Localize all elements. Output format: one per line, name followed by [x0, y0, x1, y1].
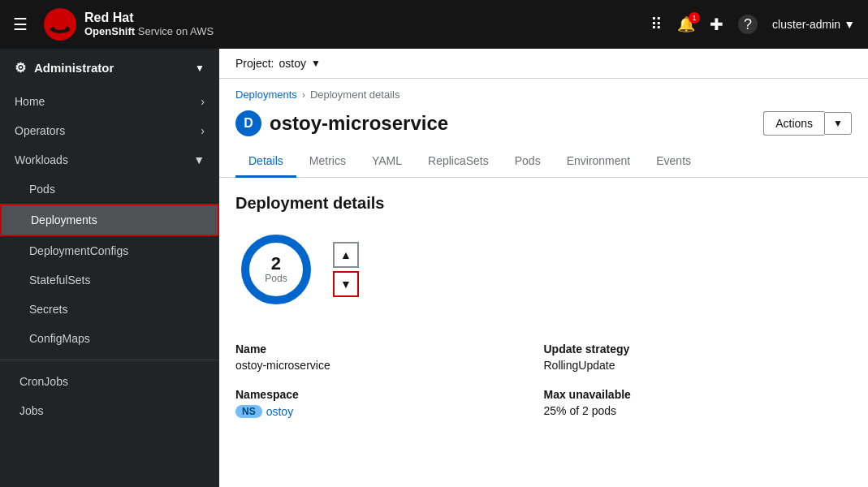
- apps-grid-icon[interactable]: ⠿: [650, 15, 663, 34]
- breadcrumb-separator: ›: [302, 89, 305, 101]
- detail-update-strategy-label: Update strategy: [544, 343, 853, 356]
- pods-decrement-button[interactable]: ▼: [333, 271, 359, 297]
- tab-events[interactable]: Events: [643, 146, 704, 178]
- sidebar-divider: [0, 360, 219, 360]
- detail-namespace-value: NS ostoy: [235, 405, 293, 418]
- tab-pods[interactable]: Pods: [502, 146, 554, 178]
- project-label: Project:: [235, 57, 274, 70]
- sidebar-configmaps-label: ConfigMaps: [29, 332, 90, 345]
- tab-yaml-label: YAML: [372, 154, 402, 167]
- sidebar-secrets-label: Secrets: [29, 303, 67, 316]
- sidebar-admin-toggle[interactable]: ⚙ Administrator ▼: [0, 49, 219, 87]
- sidebar-item-jobs[interactable]: Jobs: [0, 396, 219, 425]
- pods-label: Pods: [265, 273, 287, 284]
- detail-name-value: ostoy-microservice: [235, 359, 544, 372]
- sidebar-item-deployments[interactable]: Deployments: [0, 204, 219, 236]
- main-content-area: Project: ostoy ▼ Deployments › Deploymen…: [219, 49, 868, 487]
- sidebar-item-operators[interactable]: Operators ›: [0, 116, 219, 145]
- sidebar-pods-label: Pods: [29, 183, 55, 196]
- actions-dropdown-button[interactable]: ▼: [824, 112, 852, 135]
- sidebar-operators-label: Operators: [15, 124, 65, 137]
- brand-area: Red Hat OpenShift Service on AWS: [44, 8, 641, 41]
- donut-center: 2 Pods: [265, 255, 287, 284]
- add-icon[interactable]: ✚: [710, 15, 723, 34]
- tab-yaml[interactable]: YAML: [359, 146, 415, 178]
- tab-replicasets[interactable]: ReplicaSets: [415, 146, 502, 178]
- actions-button-group: Actions ▼: [763, 111, 852, 136]
- top-navigation: ☰ Red Hat OpenShift Service on AWS ⠿: [0, 0, 868, 49]
- details-panel: Deployment details 2 Pods: [219, 178, 868, 487]
- project-bar: Project: ostoy ▼: [219, 49, 868, 79]
- brand-logo: [44, 8, 76, 41]
- page-header: D ostoy-microservice Actions ▼: [219, 104, 868, 146]
- sidebar-item-configmaps[interactable]: ConfigMaps: [0, 324, 219, 353]
- namespace-link[interactable]: ostoy: [266, 405, 293, 418]
- username-label: cluster-admin: [772, 18, 840, 31]
- tab-environment-label: Environment: [567, 154, 631, 167]
- sidebar-section: Home › Operators › Workloads ▼ Pods Depl…: [0, 87, 219, 425]
- sidebar-workloads-label: Workloads: [15, 153, 68, 166]
- brand-service: OpenShift Service on AWS: [84, 25, 214, 38]
- detail-max-unavailable-label: Max unavailable: [544, 388, 853, 401]
- deployment-details-title: Deployment details: [235, 194, 852, 213]
- user-menu[interactable]: cluster-admin ▼: [772, 18, 855, 31]
- sidebar-item-secrets[interactable]: Secrets: [0, 295, 219, 324]
- tab-environment[interactable]: Environment: [554, 146, 644, 178]
- detail-name-label: Name: [235, 343, 544, 356]
- sidebar-item-pods[interactable]: Pods: [0, 175, 219, 204]
- pods-count: 2: [265, 255, 287, 273]
- detail-name: Name ostoy-microservice: [235, 334, 544, 380]
- deployment-icon-letter: D: [244, 116, 253, 131]
- brand-name: Red Hat: [84, 11, 214, 25]
- redhat-logo-icon: [44, 8, 76, 41]
- detail-update-strategy-value: RollingUpdate: [544, 359, 853, 372]
- tab-metrics-label: Metrics: [309, 154, 346, 167]
- sidebar-jobs-label: Jobs: [19, 404, 44, 417]
- service-text: Service on AWS: [138, 25, 214, 37]
- down-arrow-icon: ▼: [340, 278, 352, 291]
- detail-update-strategy: Update strategy RollingUpdate: [544, 334, 853, 380]
- tab-events-label: Events: [656, 154, 691, 167]
- pods-increment-button[interactable]: ▲: [333, 242, 359, 268]
- tabs-bar: Details Metrics YAML ReplicaSets Pods En…: [219, 146, 868, 178]
- sidebar-admin-label: Administrator: [34, 61, 114, 75]
- tab-details-label: Details: [248, 154, 283, 167]
- sidebar-item-cronjobs[interactable]: CronJobs: [0, 367, 219, 396]
- brand-text: Red Hat OpenShift Service on AWS: [84, 11, 214, 37]
- detail-namespace: Namespace NS ostoy: [235, 380, 544, 426]
- namespace-badge: NS: [235, 405, 262, 418]
- pods-donut-chart: 2 Pods: [235, 229, 317, 310]
- actions-button[interactable]: Actions: [763, 111, 824, 136]
- tab-replicasets-label: ReplicaSets: [428, 154, 489, 167]
- tab-metrics[interactable]: Metrics: [296, 146, 359, 178]
- project-value: ostoy: [279, 57, 305, 70]
- breadcrumb: Deployments › Deployment details: [219, 79, 868, 104]
- sidebar-item-deploymentconfigs[interactable]: DeploymentConfigs: [0, 236, 219, 265]
- admin-cog-icon: ⚙: [15, 60, 26, 75]
- sidebar-home-label: Home: [15, 95, 45, 108]
- admin-chevron-icon: ▼: [195, 62, 205, 74]
- sidebar-deploymentconfigs-label: DeploymentConfigs: [29, 244, 128, 257]
- sidebar-statefulsets-label: StatefulSets: [29, 274, 91, 287]
- project-dropdown-icon[interactable]: ▼: [311, 58, 321, 69]
- nav-icons: ⠿ 🔔1 ✚ ? cluster-admin ▼: [650, 15, 855, 34]
- tab-pods-label: Pods: [515, 154, 541, 167]
- detail-namespace-label: Namespace: [235, 388, 544, 401]
- breadcrumb-deployments-link[interactable]: Deployments: [235, 88, 297, 101]
- home-chevron-icon: ›: [201, 95, 205, 108]
- sidebar-item-workloads[interactable]: Workloads ▼: [0, 145, 219, 175]
- detail-max-unavailable-value: 25% of 2 pods: [544, 404, 853, 417]
- pods-controls: ▲ ▼: [333, 242, 359, 297]
- sidebar-item-statefulsets[interactable]: StatefulSets: [0, 265, 219, 295]
- breadcrumb-current: Deployment details: [310, 88, 400, 101]
- page-title: ostoy-microservice: [270, 112, 448, 135]
- sidebar: ⚙ Administrator ▼ Home › Operators › Wor…: [0, 49, 219, 487]
- help-icon[interactable]: ?: [738, 15, 758, 34]
- operators-chevron-icon: ›: [201, 124, 205, 137]
- hamburger-menu[interactable]: ☰: [13, 15, 28, 34]
- sidebar-cronjobs-label: CronJobs: [19, 375, 68, 388]
- notifications-icon[interactable]: 🔔1: [677, 15, 695, 33]
- sidebar-item-home[interactable]: Home ›: [0, 87, 219, 116]
- deployment-icon: D: [235, 110, 261, 136]
- tab-details[interactable]: Details: [235, 146, 296, 178]
